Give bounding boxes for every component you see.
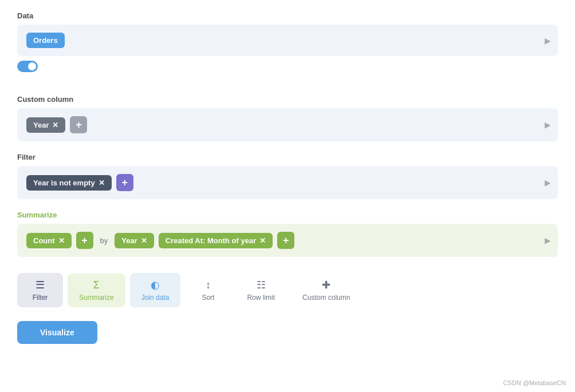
row-limit-toolbar-label: Row limit — [247, 294, 275, 302]
toolbar-custom-column-btn[interactable]: ✚ Custom column — [291, 273, 361, 307]
data-section: Data Orders ▶ — [17, 11, 558, 84]
year-tag[interactable]: Year ✕ — [26, 117, 65, 133]
data-chevron-btn[interactable]: ▶ — [545, 36, 551, 45]
toggle-switch[interactable] — [17, 61, 38, 72]
year-tag-label: Year — [33, 121, 49, 129]
count-tag[interactable]: Count ✕ — [26, 233, 72, 248]
created-at-close-icon[interactable]: ✕ — [259, 236, 266, 245]
by-label: by — [100, 236, 108, 245]
toolbar-row-limit-btn[interactable]: ☷ Row limit — [235, 273, 286, 307]
visualize-button[interactable]: Visualize — [17, 321, 97, 344]
data-section-label: Data — [17, 11, 558, 20]
year-group-tag[interactable]: Year ✕ — [115, 233, 153, 248]
join-toolbar-icon: ◐ — [151, 279, 160, 291]
custom-column-label: Custom column — [17, 95, 558, 104]
summarize-left-add-btn[interactable]: + — [76, 232, 93, 249]
count-tag-label: Count — [33, 236, 55, 245]
summarize-right: Year ✕ Created At: Month of year ✕ + — [115, 232, 549, 249]
sort-toolbar-icon: ↕ — [206, 279, 211, 291]
custom-column-section: Custom column Year ✕ + ▶ — [17, 95, 558, 141]
filter-section-row: Year is not empty ✕ + ▶ — [17, 166, 558, 199]
watermark: CSDN @MetabaseCN — [503, 379, 566, 386]
toolbar-join-btn[interactable]: ◐ Join data — [130, 273, 181, 307]
custom-column-toolbar-label: Custom column — [302, 294, 350, 302]
created-at-label: Created At: Month of year — [166, 236, 256, 245]
year-group-label: Year — [121, 236, 137, 245]
toolbar-summarize-btn[interactable]: Σ Summarize — [68, 274, 125, 307]
summarize-right-add-btn[interactable]: + — [277, 232, 294, 249]
summarize-left: Count ✕ + — [26, 232, 93, 249]
summarize-toolbar-icon: Σ — [93, 279, 100, 291]
row-limit-toolbar-icon: ☷ — [257, 279, 266, 291]
join-toolbar-label: Join data — [141, 294, 170, 302]
summarize-row: Count ✕ + by Year ✕ Created At: Month of… — [17, 224, 558, 257]
year-not-empty-label: Year is not empty — [33, 179, 95, 187]
summarize-section: Summarize Count ✕ + by Year ✕ Created At… — [17, 211, 558, 257]
summarize-chevron-btn[interactable]: ▶ — [545, 236, 551, 245]
sort-toolbar-label: Sort — [202, 294, 214, 302]
year-not-empty-close-icon[interactable]: ✕ — [99, 179, 105, 187]
filter-add-btn[interactable]: + — [116, 174, 133, 191]
year-not-empty-tag[interactable]: Year is not empty ✕ — [26, 175, 112, 191]
custom-column-chevron-btn[interactable]: ▶ — [545, 120, 551, 129]
bottom-toolbar: ☰ Filter Σ Summarize ◐ Join data ↕ Sort … — [17, 268, 558, 312]
custom-column-toolbar-icon: ✚ — [322, 279, 330, 291]
filter-toolbar-icon: ☰ — [36, 279, 45, 291]
custom-column-add-btn[interactable]: + — [70, 116, 87, 133]
filter-section: Filter Year is not empty ✕ + ▶ — [17, 153, 558, 199]
count-tag-close-icon[interactable]: ✕ — [58, 236, 65, 245]
filter-section-label: Filter — [17, 153, 558, 161]
year-tag-close-icon[interactable]: ✕ — [52, 121, 58, 129]
summarize-label: Summarize — [17, 211, 558, 219]
orders-tag[interactable]: Orders — [26, 33, 65, 48]
summarize-toolbar-label: Summarize — [79, 294, 114, 302]
toolbar-sort-btn[interactable]: ↕ Sort — [185, 274, 231, 307]
toolbar-filter-btn[interactable]: ☰ Filter — [17, 273, 63, 307]
filter-chevron-btn[interactable]: ▶ — [545, 178, 551, 187]
created-at-tag[interactable]: Created At: Month of year ✕ — [159, 233, 273, 248]
data-section-row: Orders ▶ — [17, 25, 558, 56]
year-group-close-icon[interactable]: ✕ — [141, 236, 147, 245]
filter-toolbar-label: Filter — [33, 294, 48, 302]
custom-column-row: Year ✕ + ▶ — [17, 108, 558, 141]
